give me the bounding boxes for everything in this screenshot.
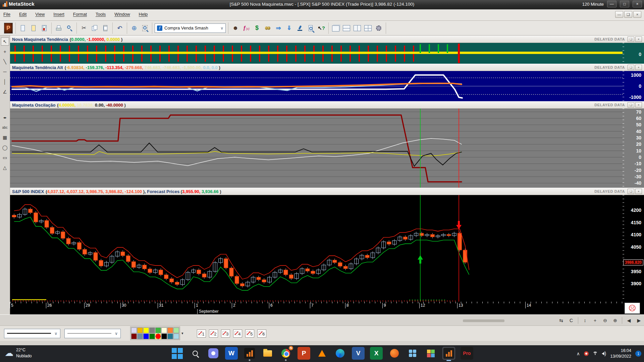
grid-tool[interactable]: ▦ <box>1 133 9 141</box>
palette-color[interactable] <box>137 334 143 339</box>
panel-close-button[interactable]: × <box>635 189 642 194</box>
panel-restore-button[interactable]: ❏ <box>628 189 634 194</box>
horizontal-line-tool[interactable]: ─ <box>1 68 9 76</box>
page-forward-button[interactable]: ▶ <box>635 317 643 324</box>
taskbar-icon-edge[interactable] <box>334 347 346 360</box>
palette-color[interactable] <box>131 327 137 333</box>
template-button-1[interactable]: 1 <box>197 329 206 338</box>
taskbar-icon-file-explorer[interactable] <box>261 347 274 360</box>
page-back-button[interactable]: ◀ <box>625 317 633 324</box>
taskbar-icon-metastock-dark[interactable] <box>243 347 256 360</box>
line-weight-select[interactable]: ∨ <box>64 329 121 338</box>
pan-button[interactable]: + <box>591 317 599 324</box>
palette-color[interactable] <box>149 334 155 339</box>
menu-item-file[interactable]: File <box>3 12 10 17</box>
palette-color[interactable] <box>161 334 167 339</box>
menu-item-format[interactable]: Format <box>73 12 87 17</box>
taskbar-icon-metastock-active[interactable] <box>442 347 455 360</box>
print-icon[interactable] <box>54 23 63 33</box>
template-button-4[interactable]: 4 <box>233 329 242 338</box>
tray-red-status-icon[interactable] <box>584 351 589 356</box>
panel-header-nova-maquineta[interactable]: Nova Maquineta Tendência(0.0000, -1.0000… <box>10 36 644 43</box>
tile-horizontal-icon[interactable] <box>342 23 351 33</box>
triangle-tool[interactable]: △ <box>1 164 9 172</box>
mdi-minimize-button[interactable]: — <box>615 11 623 18</box>
oscilacao-chart[interactable] <box>10 109 623 188</box>
taskbar-icon-app-grid[interactable] <box>406 347 419 360</box>
undo-icon[interactable]: ↶ <box>115 23 124 33</box>
palette-color[interactable] <box>173 327 179 333</box>
ellipse-tool[interactable]: ◯ <box>1 143 9 152</box>
zoom-icon[interactable] <box>65 23 74 33</box>
formula-dropdown[interactable]: fCompra Venda Smash∨ <box>155 23 226 33</box>
palette-color[interactable] <box>149 327 155 333</box>
taskbar-icon-chat[interactable] <box>207 347 220 360</box>
taskbar-icon-profit-pro[interactable]: Pro <box>461 347 473 360</box>
tendencia-alt-chart[interactable] <box>10 71 623 101</box>
tile-quad-icon[interactable] <box>363 23 373 33</box>
panel-header-sp500[interactable]: S&P 500 INDEX(4,037.12, 4,037.12, 3,986.… <box>10 188 644 195</box>
palette-color[interactable] <box>143 334 149 339</box>
crosshair-tool[interactable]: + <box>1 48 9 56</box>
palette-color[interactable] <box>161 327 167 333</box>
maximize-button[interactable]: □ <box>620 1 629 7</box>
template-button-6[interactable]: 6 <box>257 329 266 338</box>
new-chart-icon[interactable] <box>18 23 28 33</box>
menu-item-window[interactable]: Window <box>114 12 130 17</box>
panel-restore-button[interactable]: ❏ <box>628 102 634 108</box>
menu-item-tools[interactable]: Tools <box>96 12 106 17</box>
save-icon[interactable] <box>40 23 49 33</box>
taskbar-icon-start[interactable] <box>171 347 183 360</box>
settings-icon[interactable] <box>374 23 383 33</box>
menu-item-edit[interactable]: Edit <box>19 12 26 17</box>
zoom-area-icon[interactable] <box>140 23 150 33</box>
volume-icon[interactable]: ) <box>602 351 606 357</box>
menu-item-view[interactable]: View <box>35 12 45 17</box>
taskbar-icon-search[interactable] <box>189 347 202 360</box>
palette-color[interactable] <box>143 327 149 333</box>
paste-icon[interactable] <box>101 23 110 33</box>
vertical-line-tool[interactable]: │ <box>1 78 9 86</box>
taskbar-icon-chrome[interactable]: N <box>279 347 292 360</box>
panel-header-tendencia-alt[interactable]: Maquineta Tendência Alt(-6.93834, -159.3… <box>10 64 644 71</box>
wifi-icon[interactable] <box>593 352 598 356</box>
taskbar-icon-browser-orange[interactable] <box>388 347 401 360</box>
system-tester-icon[interactable]: $ <box>252 23 262 33</box>
minimize-button[interactable]: — <box>607 1 616 7</box>
taskbar-icon-excel[interactable]: X <box>370 347 383 360</box>
palette-color[interactable] <box>167 327 173 333</box>
pointer-tool[interactable]: ↖ <box>1 38 9 46</box>
copy-icon[interactable] <box>90 23 99 33</box>
palette-dropdown-arrow[interactable]: ▾ <box>181 331 183 336</box>
scroll-tool[interactable]: ◂▸ <box>1 113 9 121</box>
palette-color[interactable] <box>167 334 173 339</box>
crosshair-icon[interactable]: ⊕ <box>129 23 139 33</box>
panel-restore-button[interactable]: ❏ <box>628 37 634 42</box>
horizontal-scrollbar[interactable] <box>463 319 504 322</box>
open-icon[interactable] <box>29 23 38 33</box>
notification-badge[interactable]: 1 <box>635 351 641 357</box>
panel-close-button[interactable]: × <box>635 37 642 42</box>
enhanced-tester-icon[interactable] <box>295 23 305 33</box>
weather-widget[interactable]: ☁ 22°C Nublado <box>5 347 32 359</box>
taskbar-icon-app-v[interactable]: V <box>352 347 365 360</box>
panel-header-oscilacao[interactable]: Maquineta Oscilação(4.00000, 10.7838, 0.… <box>10 101 644 109</box>
zoom-in-button[interactable]: ⊕ <box>611 317 620 324</box>
template-button-5[interactable]: 5 <box>245 329 254 338</box>
indicator-builder-icon[interactable]: ƒ(x) <box>241 23 251 33</box>
taskbar-icon-powerpoint[interactable]: P <box>298 347 310 360</box>
context-help-icon[interactable]: ↖? <box>317 23 326 33</box>
forecaster-icon[interactable]: ⇒ <box>274 23 283 33</box>
template-button-2[interactable]: 2 <box>209 329 218 338</box>
tray-chevron-icon[interactable]: ∧ <box>577 351 580 356</box>
explorer-icon[interactable] <box>263 23 272 33</box>
rectangle-tool[interactable]: ▭ <box>1 154 9 162</box>
downloader-icon[interactable]: ⇓ <box>284 23 294 33</box>
panel-restore-button[interactable]: ❏ <box>628 65 634 70</box>
palette-color[interactable] <box>131 334 137 339</box>
trendline-tool[interactable]: ╲ <box>1 58 9 66</box>
text-tool[interactable]: abc <box>1 123 9 131</box>
palette-color[interactable] <box>137 327 143 333</box>
sp500-candlestick-chart[interactable] <box>10 195 623 302</box>
taskbar-icon-photos[interactable] <box>424 347 437 360</box>
